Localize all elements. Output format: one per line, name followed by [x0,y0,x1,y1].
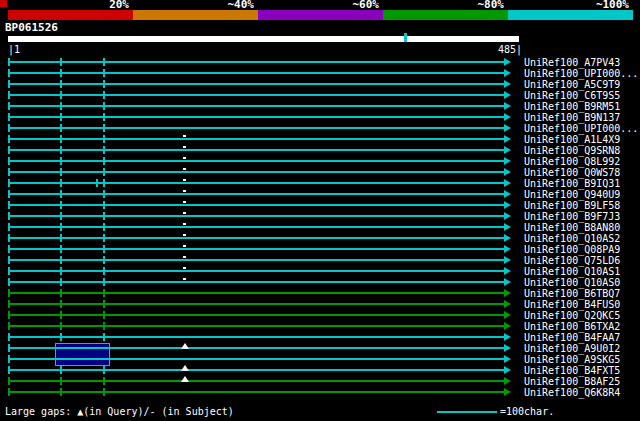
gap-tick [8,168,10,176]
gap-tick [8,300,10,308]
hit-label[interactable]: UniRef100_Q0WS78 [524,167,620,178]
hit-line[interactable] [8,138,504,140]
gap-tick [8,256,10,264]
gap-tick [60,311,62,319]
gap-tick [60,135,62,143]
hit-line[interactable] [8,204,504,206]
hit-line[interactable] [8,281,504,283]
hit-label[interactable]: UniRef100_UPI000... [524,123,638,134]
gap-tick [103,212,105,220]
hit-arrow-icon [504,267,511,275]
hit-line[interactable] [8,61,504,63]
hit-line[interactable] [8,83,504,85]
gap-tick [8,135,10,143]
hit-label[interactable]: UniRef100_Q8L992 [524,156,620,167]
scale-legend-line [437,411,497,413]
hit-label[interactable]: UniRef100_B8AF25 [524,376,620,387]
blast-graphic-overview: 20%~40%~60%~80%~100% BP061526 |1 485| Un… [0,0,640,421]
hit-line[interactable] [8,116,504,118]
hit-line[interactable] [8,380,504,382]
hit-line[interactable] [8,314,504,316]
subject-gap-dash [183,179,186,181]
subject-gap-dash [183,146,186,148]
gap-tick [60,333,62,341]
hit-line[interactable] [8,160,504,162]
gap-tick [8,201,10,209]
hit-label[interactable]: UniRef100_C6T9S5 [524,90,620,101]
hit-arrow-icon [504,135,511,143]
hit-line[interactable] [8,325,504,327]
gap-tick [8,80,10,88]
hit-line[interactable] [8,182,504,184]
hit-label[interactable]: UniRef100_B4FAA7 [524,332,620,343]
hit-line[interactable] [8,358,504,360]
hit-label[interactable]: UniRef100_B9IQ31 [524,178,620,189]
hit-label[interactable]: UniRef100_A7PV43 [524,57,620,68]
hit-label[interactable]: UniRef100_Q6K8R4 [524,387,620,398]
hit-label[interactable]: UniRef100_A9SKG5 [524,354,620,365]
hit-label[interactable]: UniRef100_Q10AS0 [524,277,620,288]
hit-label[interactable]: UniRef100_B9N137 [524,112,620,123]
hit-label[interactable]: UniRef100_A5C9T9 [524,79,620,90]
hit-label[interactable]: UniRef100_UPI000... [524,68,638,79]
hit-line[interactable] [8,292,504,294]
hit-arrow-icon [504,333,511,341]
gap-tick [60,58,62,66]
hit-line[interactable] [8,193,504,195]
hit-label[interactable]: UniRef100_B6TXA2 [524,321,620,332]
gap-tick [103,333,105,341]
hit-label[interactable]: UniRef100_A1L4X9 [524,134,620,145]
hit-label[interactable]: UniRef100_B9LF58 [524,200,620,211]
hit-line[interactable] [8,171,504,173]
hit-line[interactable] [8,270,504,272]
hit-arrow-icon [504,157,511,165]
gap-tick [8,344,10,352]
hit-label[interactable]: UniRef100_B9F7J3 [524,211,620,222]
hit-line[interactable] [8,94,504,96]
hit-label[interactable]: UniRef100_Q9SRN8 [524,145,620,156]
hit-line[interactable] [8,369,504,371]
hit-line[interactable] [8,72,504,74]
hit-line[interactable] [8,303,504,305]
hit-label[interactable]: UniRef100_Q75LD6 [524,255,620,266]
gap-tick [103,366,105,374]
hit-line[interactable] [8,248,504,250]
hit-label[interactable]: UniRef100_Q10AS2 [524,233,620,244]
hit-label[interactable]: UniRef100_A9U0I2 [524,343,620,354]
hit-arrow-icon [504,146,511,154]
gap-tick [60,113,62,121]
gap-tick [8,179,10,187]
hit-label[interactable]: UniRef100_B4FUS0 [524,299,620,310]
hit-label[interactable]: UniRef100_Q10AS1 [524,266,620,277]
gap-tick [8,333,10,341]
hit-arrow-icon [504,388,511,396]
hit-label[interactable]: UniRef100_B8AN80 [524,222,620,233]
hit-label[interactable]: UniRef100_B6TBQ7 [524,288,620,299]
gap-tick [103,223,105,231]
hit-line[interactable] [8,105,504,107]
hit-line[interactable] [8,391,504,393]
hit-line[interactable] [8,347,504,349]
gap-tick [60,267,62,275]
gap-tick [103,278,105,286]
hit-arrow-icon [504,168,511,176]
hit-label[interactable]: UniRef100_Q2QKC5 [524,310,620,321]
hit-line[interactable] [8,127,504,129]
gap-tick [60,124,62,132]
hit-arrow-icon [504,58,511,66]
hit-arrow-icon [504,256,511,264]
hit-label[interactable]: UniRef100_B4FXT5 [524,365,620,376]
gap-tick [103,80,105,88]
hit-label[interactable]: UniRef100_Q08PA9 [524,244,620,255]
hit-label[interactable]: UniRef100_Q940U9 [524,189,620,200]
hit-line[interactable] [8,336,504,338]
hit-arrow-icon [504,201,511,209]
hit-line[interactable] [8,237,504,239]
gap-tick [103,388,105,396]
gap-tick [8,388,10,396]
hit-line[interactable] [8,226,504,228]
hit-line[interactable] [8,149,504,151]
hit-line[interactable] [8,259,504,261]
hit-line[interactable] [8,215,504,217]
hit-label[interactable]: UniRef100_B9RM51 [524,101,620,112]
